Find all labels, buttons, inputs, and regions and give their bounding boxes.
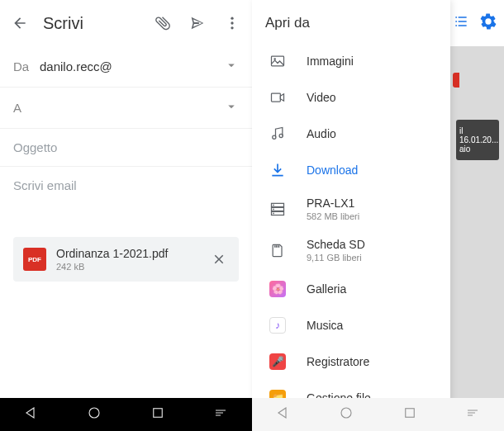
music-app-icon: ♪	[269, 316, 287, 334]
attachment-name: Ordinanza 1-2021.pdf	[56, 247, 209, 260]
from-label: Da	[13, 59, 40, 73]
svg-point-15	[273, 213, 274, 215]
subject-input[interactable]: Oggetto	[0, 129, 252, 167]
from-row[interactable]: Da danilo.recc@	[0, 46, 252, 88]
nav-bar	[252, 398, 504, 431]
svg-point-1	[231, 21, 233, 24]
picker-item-label: Galleria	[307, 282, 434, 296]
storage-icon	[269, 200, 287, 218]
attachment-size: 242 kB	[56, 262, 209, 272]
settings-icon[interactable]	[479, 12, 497, 34]
svg-rect-4	[153, 409, 162, 418]
svg-point-2	[231, 26, 233, 29]
nav-back-icon[interactable]	[24, 405, 39, 424]
svg-rect-5	[272, 56, 284, 66]
svg-point-6	[273, 58, 276, 60]
nav-back-icon[interactable]	[276, 405, 291, 424]
chevron-down-icon	[224, 58, 239, 75]
svg-point-16	[341, 408, 351, 418]
attachment-card[interactable]: PDF Ordinanza 1-2021.pdf 242 kB	[13, 237, 239, 282]
picker-item-label: Scheda SD	[307, 238, 434, 251]
picker-item-musica[interactable]: ♪Musica	[252, 307, 450, 343]
picker-item-label: Immagini	[307, 54, 434, 68]
pdf-icon: PDF	[23, 248, 46, 271]
picker-item-pra-lx1[interactable]: PRA-LX1582 MB liberi	[252, 188, 450, 230]
svg-point-0	[231, 17, 233, 20]
picker-item-label: Registratore	[307, 355, 434, 368]
picker-item-download[interactable]: Download	[252, 152, 450, 188]
svg-point-9	[279, 134, 283, 137]
picker-item-label: Audio	[307, 127, 434, 140]
more-icon[interactable]	[222, 13, 242, 33]
nav-home-icon[interactable]	[87, 405, 102, 424]
sd-icon	[269, 241, 287, 259]
picker-item-label: Musica	[307, 319, 434, 332]
picker-item-label: Video	[307, 91, 434, 104]
recorder-app-icon: 🎤	[269, 353, 287, 371]
video-icon	[269, 88, 287, 107]
download-icon	[269, 161, 287, 179]
picker-item-video[interactable]: Video	[252, 79, 450, 116]
svg-point-3	[89, 408, 99, 418]
svg-point-14	[273, 209, 274, 211]
svg-point-13	[273, 205, 274, 206]
send-icon[interactable]	[188, 13, 207, 33]
remove-attachment-button[interactable]	[209, 249, 229, 269]
image-icon	[269, 52, 287, 70]
picker-item-sublabel: 582 MB liberi	[307, 211, 434, 221]
nav-recent-icon[interactable]	[150, 405, 165, 424]
to-label: A	[13, 101, 40, 115]
body-input[interactable]: Scrivi email	[0, 167, 252, 204]
to-row[interactable]: A	[0, 88, 252, 129]
nav-recent-icon[interactable]	[402, 405, 417, 424]
picker-title: Apri da	[252, 0, 450, 43]
svg-rect-17	[405, 409, 414, 418]
list-view-icon[interactable]	[453, 13, 469, 33]
chevron-down-icon	[224, 99, 239, 116]
pdf-peek	[453, 73, 459, 88]
picker-item-label: Download	[307, 163, 434, 177]
nav-menu-icon[interactable]	[213, 405, 228, 424]
picker-item-audio[interactable]: Audio	[252, 116, 450, 152]
nav-home-icon[interactable]	[339, 405, 354, 424]
notification-snippet: il 16.01.20... aio	[456, 120, 499, 160]
picker-item-scheda-sd[interactable]: Scheda SD9,11 GB liberi	[252, 230, 450, 271]
compose-title: Scrivi	[43, 14, 153, 33]
picker-item-label: PRA-LX1	[307, 197, 434, 210]
nav-bar	[0, 398, 252, 431]
back-button[interactable]	[10, 13, 30, 33]
attach-icon[interactable]	[153, 13, 173, 33]
nav-menu-icon[interactable]	[465, 405, 480, 424]
picker-item-galleria[interactable]: 🌸Galleria	[252, 271, 450, 307]
audio-icon	[269, 125, 287, 143]
picker-item-sublabel: 9,11 GB liberi	[307, 253, 434, 263]
picker-item-registratore[interactable]: 🎤Registratore	[252, 343, 450, 380]
gallery-app-icon: 🌸	[269, 280, 287, 298]
picker-item-immagini[interactable]: Immagini	[252, 43, 450, 79]
from-value: danilo.recc@	[40, 59, 224, 73]
svg-rect-7	[272, 93, 281, 102]
